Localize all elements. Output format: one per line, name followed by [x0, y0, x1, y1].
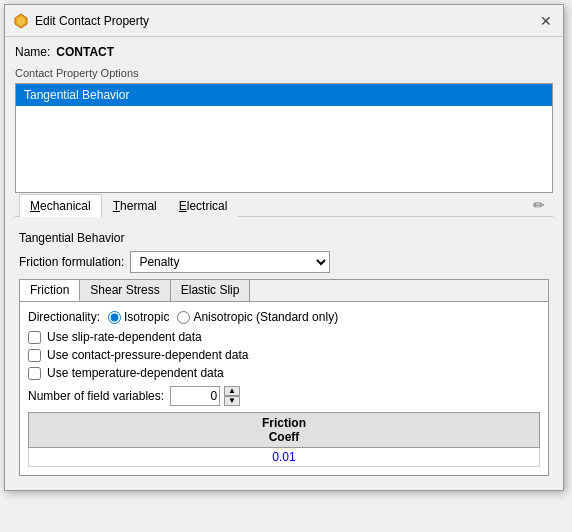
app-icon — [13, 13, 29, 29]
tab-electrical[interactable]: Electrical — [168, 194, 239, 217]
checkbox-slip-rate-label: Use slip-rate-dependent data — [47, 330, 202, 344]
field-variables-spinner: ▲ ▼ — [224, 386, 240, 406]
table-cell-coeff[interactable]: 0.01 — [29, 448, 540, 467]
field-variables-label: Number of field variables: — [28, 389, 164, 403]
tab-mechanical[interactable]: Mechanical — [19, 194, 102, 217]
checkbox-temperature-label: Use temperature-dependent data — [47, 366, 224, 380]
inner-tab-shear-stress[interactable]: Shear Stress — [80, 280, 170, 301]
friction-tab-content: Directionality: Isotropic Anisotropic (S… — [19, 301, 549, 476]
directionality-label: Directionality: — [28, 310, 100, 324]
table-header-coeff: FrictionCoeff — [29, 413, 540, 448]
checkbox-contact-pressure[interactable]: Use contact-pressure-dependent data — [28, 348, 540, 362]
directionality-row: Directionality: Isotropic Anisotropic (S… — [28, 310, 540, 324]
friction-formulation-select[interactable]: Penalty Lagrange Kinematic Exponential D… — [130, 251, 330, 273]
friction-formulation-label: Friction formulation: — [19, 255, 124, 269]
checkbox-slip-rate[interactable]: Use slip-rate-dependent data — [28, 330, 540, 344]
spinner-down[interactable]: ▼ — [224, 396, 240, 406]
friction-data-table: FrictionCoeff 0.01 — [28, 412, 540, 467]
field-variables-row: Number of field variables: ▲ ▼ — [28, 386, 540, 406]
inner-tab-elastic-slip[interactable]: Elastic Slip — [171, 280, 251, 301]
title-bar: Edit Contact Property ✕ — [5, 5, 563, 37]
edit-icon[interactable]: ✏ — [529, 195, 549, 215]
mechanical-tab-content: Tangential Behavior Friction formulation… — [15, 217, 553, 482]
close-button[interactable]: ✕ — [537, 12, 555, 30]
table-row: 0.01 — [29, 448, 540, 467]
spinner-up[interactable]: ▲ — [224, 386, 240, 396]
tangential-behavior-header: Tangential Behavior — [19, 231, 549, 245]
main-tabs: Mechanical Thermal Electrical — [19, 193, 238, 216]
title-bar-left: Edit Contact Property — [13, 13, 149, 29]
radio-isotropic[interactable]: Isotropic — [108, 310, 169, 324]
name-label: Name: — [15, 45, 50, 59]
inner-tab-bar: Friction Shear Stress Elastic Slip — [19, 279, 549, 301]
radio-anisotropic[interactable]: Anisotropic (Standard only) — [177, 310, 338, 324]
contact-property-options-label: Contact Property Options — [15, 67, 553, 79]
inner-tab-friction[interactable]: Friction — [20, 280, 80, 301]
field-variables-input[interactable] — [170, 386, 220, 406]
name-value: CONTACT — [56, 45, 114, 59]
contact-property-list[interactable]: Tangential Behavior — [15, 83, 553, 193]
list-item-tangential[interactable]: Tangential Behavior — [16, 84, 552, 106]
dialog: Edit Contact Property ✕ Name: CONTACT Co… — [4, 4, 564, 491]
main-tab-bar: Mechanical Thermal Electrical ✏ — [15, 193, 553, 217]
tab-thermal[interactable]: Thermal — [102, 194, 168, 217]
dialog-title: Edit Contact Property — [35, 14, 149, 28]
friction-formulation-row: Friction formulation: Penalty Lagrange K… — [19, 251, 549, 273]
dialog-body: Name: CONTACT Contact Property Options T… — [5, 37, 563, 490]
checkbox-contact-pressure-label: Use contact-pressure-dependent data — [47, 348, 248, 362]
name-row: Name: CONTACT — [15, 45, 553, 59]
checkbox-temperature[interactable]: Use temperature-dependent data — [28, 366, 540, 380]
